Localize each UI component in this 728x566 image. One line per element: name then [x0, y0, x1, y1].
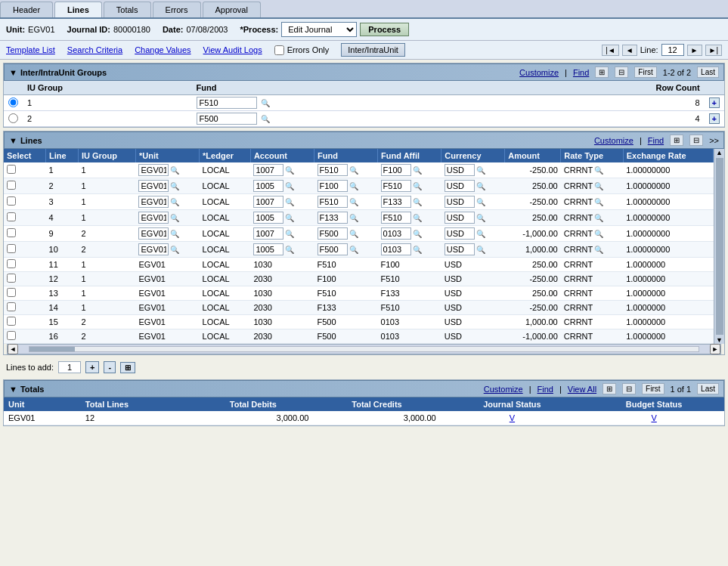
lines-to-add-input[interactable] — [58, 361, 81, 373]
ratetype-search-icon-2[interactable]: 🔍 — [594, 198, 603, 206]
lines-grid-view-button[interactable]: ⊞ — [120, 362, 135, 373]
line-checkbox-6[interactable] — [7, 259, 16, 268]
unit-search-icon-4[interactable]: 🔍 — [170, 230, 179, 238]
change-values-link[interactable]: Change Values — [135, 45, 191, 54]
nav-last-btn[interactable]: ►| — [705, 45, 723, 56]
ratetype-search-icon-5[interactable]: 🔍 — [594, 246, 603, 254]
line-checkbox-4[interactable] — [7, 228, 16, 237]
iu-add-cell[interactable]: + — [705, 111, 724, 127]
totals-journal-status-cell[interactable]: V — [441, 411, 584, 425]
unit-search-icon-1[interactable]: 🔍 — [170, 182, 179, 190]
line-select-cell[interactable] — [4, 162, 46, 178]
line-curr-input-4[interactable] — [445, 227, 475, 240]
iu-grid-btn[interactable]: ⊟ — [615, 66, 628, 78]
acct-search-icon-3[interactable]: 🔍 — [285, 214, 294, 222]
line-unit-input-5[interactable] — [138, 243, 169, 255]
lines-nav-icon[interactable]: ⊞ — [670, 135, 683, 146]
line-fundaffil-input-3[interactable] — [381, 212, 411, 224]
curr-search-icon-2[interactable]: 🔍 — [476, 198, 485, 206]
remove-lines-button[interactable]: - — [104, 361, 116, 373]
line-checkbox-1[interactable] — [7, 181, 16, 190]
line-fundaffil-input-5[interactable] — [381, 243, 411, 255]
line-fundaffil-input-2[interactable] — [381, 196, 411, 208]
fundaffil-search-icon-2[interactable]: 🔍 — [413, 198, 422, 206]
line-curr-input-0[interactable] — [445, 164, 475, 176]
fund-search-icon-2[interactable]: 🔍 — [349, 198, 358, 206]
line-checkbox-10[interactable] — [7, 317, 16, 326]
line-select-cell[interactable] — [4, 301, 46, 315]
iu-add-cell[interactable]: + — [705, 95, 724, 111]
line-checkbox-2[interactable] — [7, 196, 16, 206]
fund-search-icon-1[interactable]: 🔍 — [349, 182, 358, 190]
iu-groups-header[interactable]: ▼ Inter/IntraUnit Groups Customize | Fin… — [4, 63, 724, 81]
fundaffil-search-icon-3[interactable]: 🔍 — [413, 214, 422, 222]
lines-customize-link[interactable]: Customize — [594, 136, 634, 145]
scroll-down-btn[interactable]: ▼ — [716, 336, 723, 344]
totals-nav-icon[interactable]: ⊞ — [603, 383, 616, 394]
iu-add-btn-0[interactable]: + — [709, 97, 720, 108]
iu-fund-search-icon-1[interactable]: 🔍 — [261, 115, 270, 123]
line-fundaffil-input-0[interactable] — [381, 164, 411, 176]
fundaffil-search-icon-1[interactable]: 🔍 — [413, 182, 422, 190]
iu-radio-1[interactable] — [8, 113, 18, 123]
ratetype-search-icon-0[interactable]: 🔍 — [594, 166, 603, 175]
lines-find-link[interactable]: Find — [648, 136, 664, 145]
acct-search-icon-2[interactable]: 🔍 — [285, 198, 294, 206]
iu-fund-search-icon-0[interactable]: 🔍 — [261, 99, 270, 107]
ratetype-search-icon-3[interactable]: 🔍 — [594, 214, 603, 222]
totals-first-btn[interactable]: First — [642, 383, 664, 394]
acct-search-icon-0[interactable]: 🔍 — [285, 166, 294, 175]
totals-find-link[interactable]: Find — [537, 385, 553, 394]
line-checkbox-9[interactable] — [7, 302, 16, 311]
line-select-cell[interactable] — [4, 242, 46, 258]
line-fundaffil-input-4[interactable] — [381, 227, 411, 240]
line-checkbox-5[interactable] — [7, 244, 16, 253]
process-select[interactable]: Edit Journal — [281, 22, 357, 37]
line-checkbox-11[interactable] — [7, 331, 16, 340]
line-select-cell[interactable] — [4, 286, 46, 301]
tab-totals[interactable]: Totals — [104, 2, 151, 17]
hscroll-right-btn[interactable]: ► — [710, 344, 720, 354]
horizontal-scrollbar[interactable]: ◄ ► — [7, 344, 721, 354]
line-select-cell[interactable] — [4, 178, 46, 194]
line-fund-input-0[interactable] — [318, 164, 348, 176]
iu-radio-cell[interactable] — [4, 111, 23, 127]
tab-errors[interactable]: Errors — [153, 2, 201, 17]
line-curr-input-2[interactable] — [445, 196, 475, 208]
fund-search-icon-5[interactable]: 🔍 — [349, 246, 358, 254]
ratetype-search-icon-4[interactable]: 🔍 — [594, 230, 603, 238]
nav-next-btn[interactable]: ► — [687, 45, 702, 56]
iu-fund-input-1[interactable] — [197, 113, 257, 125]
lines-scroll-area[interactable]: SelectLineIU Group*Unit*LedgerAccountFun… — [4, 149, 714, 344]
line-unit-input-0[interactable] — [138, 164, 169, 176]
totals-view-all-link[interactable]: View All — [568, 385, 596, 394]
line-fund-input-5[interactable] — [318, 243, 348, 255]
unit-search-icon-3[interactable]: 🔍 — [170, 214, 179, 222]
line-unit-input-2[interactable] — [138, 196, 169, 208]
line-acct-input-4[interactable] — [253, 227, 283, 240]
inter-intraunit-button[interactable]: Inter/IntraUnit — [341, 43, 405, 57]
lines-scrollbar[interactable]: ▲ ▼ — [714, 149, 724, 344]
curr-search-icon-1[interactable]: 🔍 — [476, 182, 485, 190]
totals-customize-link[interactable]: Customize — [484, 385, 523, 394]
hscroll-left-btn[interactable]: ◄ — [8, 344, 18, 354]
errors-only-checkbox[interactable] — [274, 45, 284, 55]
tab-lines[interactable]: Lines — [54, 2, 102, 17]
iu-nav-icon-btn[interactable]: ⊞ — [595, 66, 609, 78]
totals-header[interactable]: ▼ Totals Customize | Find | View All ⊞ ⊟… — [4, 380, 724, 397]
line-checkbox-3[interactable] — [7, 212, 16, 221]
fundaffil-search-icon-4[interactable]: 🔍 — [413, 230, 422, 238]
line-fundaffil-input-1[interactable] — [381, 180, 411, 192]
line-curr-input-3[interactable] — [445, 212, 475, 224]
ratetype-search-icon-1[interactable]: 🔍 — [594, 182, 603, 190]
line-select-cell[interactable] — [4, 258, 46, 272]
unit-search-icon-5[interactable]: 🔍 — [170, 246, 179, 254]
unit-search-icon-2[interactable]: 🔍 — [170, 198, 179, 206]
iu-add-btn-1[interactable]: + — [709, 113, 720, 124]
line-acct-input-2[interactable] — [253, 196, 283, 208]
lines-header[interactable]: ▼ Lines Customize | Find ⊞ ⊟ >> — [4, 131, 724, 149]
iu-first-btn[interactable]: First — [634, 66, 656, 78]
view-audit-logs-link[interactable]: View Audit Logs — [203, 45, 262, 54]
line-fund-input-2[interactable] — [318, 196, 348, 208]
line-select-cell[interactable] — [4, 272, 46, 286]
